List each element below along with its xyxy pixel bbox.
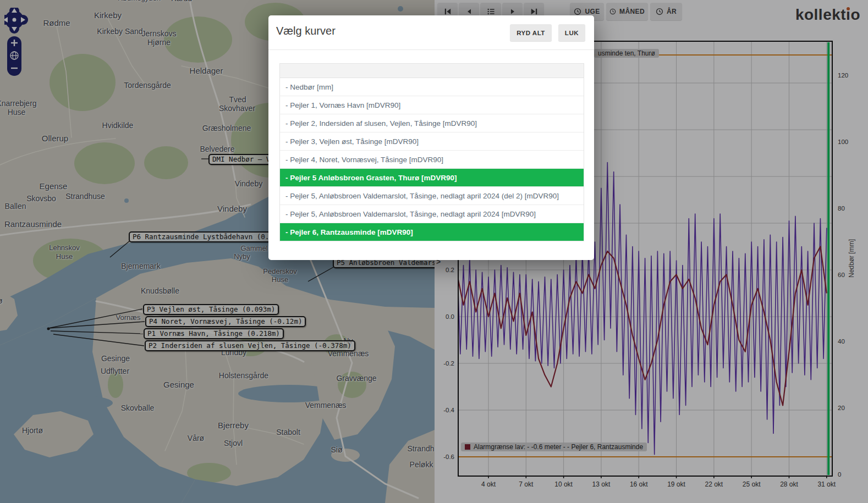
- curve-list-item[interactable]: - Pejler 3, Vejlen øst, Tåsinge [mDVR90]: [280, 132, 584, 151]
- close-button[interactable]: LUK: [558, 24, 585, 41]
- curve-list-item[interactable]: - Pejler 1, Vornæs Havn [mDVR90]: [280, 96, 584, 114]
- curve-list-header: [280, 64, 584, 78]
- curve-list-item[interactable]: - Pejler 4, Noret, Vornæsvej, Tåsinge [m…: [280, 151, 584, 169]
- modal-title: Vælg kurver: [276, 25, 336, 37]
- curve-list-item[interactable]: - Pejler 5 Anløbsbroen Grasten, Thurø [m…: [280, 169, 584, 187]
- curve-select-modal: Vælg kurver RYD ALT LUK - Nedbør [mm]- P…: [268, 15, 594, 260]
- curve-list-item[interactable]: - Nedbør [mm]: [280, 78, 584, 96]
- curve-list-item[interactable]: - Pejler 2, Indersiden af slusen, Vejlen…: [280, 114, 584, 132]
- modal-header: Vælg kurver RYD ALT LUK: [268, 15, 594, 50]
- curve-list-item[interactable]: - Pejler 5, Anløbsbroen Valdemarslot, Tå…: [280, 205, 584, 223]
- curve-list-item[interactable]: - Pejler 6, Rantzausminde [mDVR90]: [280, 223, 584, 241]
- curve-list-item[interactable]: - Pejler 5, Anløbsbroen Valdemarslot, Tå…: [280, 187, 584, 205]
- clear-all-button[interactable]: RYD ALT: [510, 24, 552, 41]
- curve-list: - Nedbør [mm]- Pejler 1, Vornæs Havn [mD…: [279, 63, 584, 241]
- app-root: RødmegydenRårudKirkebyRødmeKirkeby SandJ…: [0, 0, 868, 503]
